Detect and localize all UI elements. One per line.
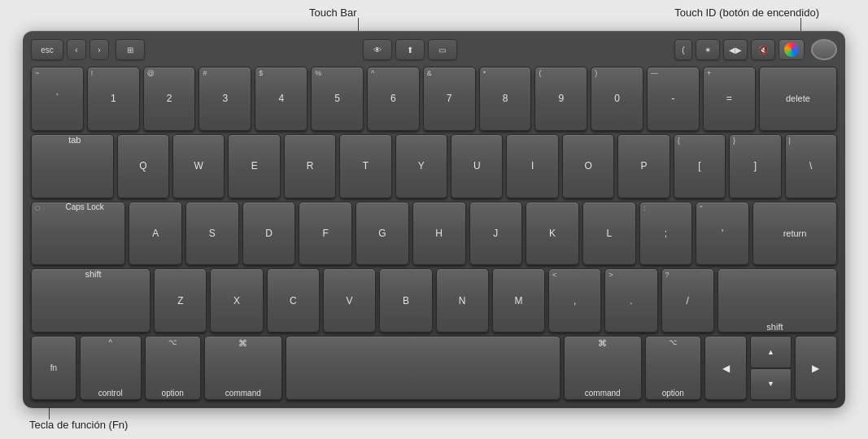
touchbar-label: Touch Bar xyxy=(309,7,357,19)
key-z[interactable]: Z xyxy=(154,268,207,333)
asdf-row: Caps Lock A S D F G H J K L : ; " ' retu… xyxy=(31,202,837,266)
tb-siri-key[interactable] xyxy=(779,39,805,60)
key-slash[interactable]: ? / xyxy=(661,268,714,333)
tb-nav: ‹ › xyxy=(67,39,112,60)
key-5[interactable]: % 5 xyxy=(311,67,364,131)
number-row: ~ ` ! 1 @ 2 # 3 $ 4 % 5 ^ 6 & 7 xyxy=(31,67,837,131)
key-v[interactable]: V xyxy=(323,268,376,333)
key-a[interactable]: A xyxy=(129,202,182,266)
tb-share-key[interactable]: ⬆ xyxy=(395,39,425,60)
key-shift-left[interactable]: shift xyxy=(31,268,150,333)
key-q[interactable]: Q xyxy=(117,134,169,198)
key-backslash[interactable]: | \ xyxy=(785,134,837,198)
key-i[interactable]: I xyxy=(506,134,558,198)
key-w[interactable]: W xyxy=(172,134,225,198)
key-quote[interactable]: " ' xyxy=(696,202,749,266)
key-command-right[interactable]: ⌘ command xyxy=(564,336,642,400)
key-b[interactable]: B xyxy=(379,268,432,333)
key-k[interactable]: K xyxy=(526,202,579,266)
key-bracket-left[interactable]: { [ xyxy=(674,134,726,198)
key-arrow-updown: ▲ ▼ xyxy=(750,336,791,400)
key-tilde-grave[interactable]: ~ ` xyxy=(31,67,84,131)
zxcv-row: shift Z X C V B N M < , > . ? / shift xyxy=(31,268,837,333)
key-arrow-down[interactable]: ▼ xyxy=(750,368,791,400)
key-s[interactable]: S xyxy=(185,202,239,266)
key-x[interactable]: X xyxy=(210,268,263,333)
key-m[interactable]: M xyxy=(492,268,545,333)
siri-icon xyxy=(784,42,799,57)
tb-back-key[interactable]: ‹ xyxy=(67,39,86,60)
key-minus[interactable]: — - xyxy=(647,67,700,131)
tb-mission-key[interactable]: ⊞ xyxy=(116,39,145,60)
caps-indicator xyxy=(35,206,40,211)
key-period[interactable]: > . xyxy=(604,268,657,333)
key-u[interactable]: U xyxy=(451,134,503,198)
tb-paren-key[interactable]: ( xyxy=(674,39,692,60)
key-p[interactable]: P xyxy=(617,134,670,198)
key-4[interactable]: $ 4 xyxy=(255,67,308,131)
key-o[interactable]: O xyxy=(562,134,614,198)
key-arrow-up[interactable]: ▲ xyxy=(750,336,791,367)
tb-esc-key[interactable]: esc xyxy=(31,39,63,60)
key-caps-lock[interactable]: Caps Lock xyxy=(31,202,125,266)
key-return[interactable]: return xyxy=(752,202,837,266)
key-comma[interactable]: < , xyxy=(548,268,601,333)
keyboard: esc ‹ › ⊞ 👁 ⬆ ▭ ( ✶ ◀▶ 🔇 ~ ` ! 1 @ 2 xyxy=(23,31,845,408)
key-h[interactable]: H xyxy=(412,202,466,266)
key-y[interactable]: Y xyxy=(395,134,447,198)
key-0[interactable]: ) 0 xyxy=(591,67,643,131)
tb-touchid-key[interactable] xyxy=(811,39,837,60)
tb-forward-key[interactable]: › xyxy=(89,39,109,60)
key-shift-right[interactable]: shift xyxy=(718,268,837,333)
key-f[interactable]: F xyxy=(299,202,352,266)
key-l[interactable]: L xyxy=(582,202,636,266)
bottom-row: fn ^ control ⌥ option ⌘ command ⌘ comman… xyxy=(31,336,837,400)
key-8[interactable]: * 8 xyxy=(479,67,532,131)
key-n[interactable]: N xyxy=(436,268,489,333)
key-r[interactable]: R xyxy=(284,134,336,198)
key-bracket-right[interactable]: } ] xyxy=(729,134,781,198)
key-c[interactable]: C xyxy=(267,268,320,333)
key-fn[interactable]: fn xyxy=(31,336,76,400)
tb-eye-key[interactable]: 👁 xyxy=(363,39,392,60)
fn-label: Tecla de función (Fn) xyxy=(29,419,128,431)
key-3[interactable]: # 3 xyxy=(198,67,251,131)
key-option-left[interactable]: ⌥ option xyxy=(145,336,201,400)
key-g[interactable]: G xyxy=(355,202,409,266)
key-7[interactable]: & 7 xyxy=(423,67,476,131)
key-arrow-left[interactable]: ◀ xyxy=(704,336,747,400)
touchid-label: Touch ID (botón de encendido) xyxy=(674,7,819,19)
key-equals[interactable]: + = xyxy=(703,67,756,131)
qwerty-row: tab Q W E R T Y U I O P { [ } ] | \ xyxy=(31,134,837,198)
tb-mute-key[interactable]: 🔇 xyxy=(751,39,775,60)
touch-bar: esc ‹ › ⊞ 👁 ⬆ ▭ ( ✶ ◀▶ 🔇 xyxy=(31,37,837,62)
key-9[interactable]: ( 9 xyxy=(534,67,587,131)
key-delete[interactable]: delete xyxy=(759,67,837,131)
key-control[interactable]: ^ control xyxy=(80,336,142,400)
key-option-right[interactable]: ⌥ option xyxy=(645,336,701,400)
key-2[interactable]: @ 2 xyxy=(143,67,196,131)
key-space[interactable] xyxy=(286,336,560,400)
key-command-left[interactable]: ⌘ command xyxy=(204,336,282,400)
key-1[interactable]: ! 1 xyxy=(87,67,140,131)
key-arrow-right[interactable]: ▶ xyxy=(795,336,837,400)
key-j[interactable]: J xyxy=(469,202,523,266)
tb-brightness-key[interactable]: ✶ xyxy=(696,39,720,60)
tb-volume-key[interactable]: ◀▶ xyxy=(723,39,748,60)
key-t[interactable]: T xyxy=(339,134,391,198)
tb-tag-key[interactable]: ▭ xyxy=(428,39,457,60)
key-d[interactable]: D xyxy=(242,202,296,266)
key-e[interactable]: E xyxy=(228,134,280,198)
key-semicolon[interactable]: : ; xyxy=(639,202,693,266)
key-6[interactable]: ^ 6 xyxy=(367,67,420,131)
key-tab[interactable]: tab xyxy=(31,134,114,198)
